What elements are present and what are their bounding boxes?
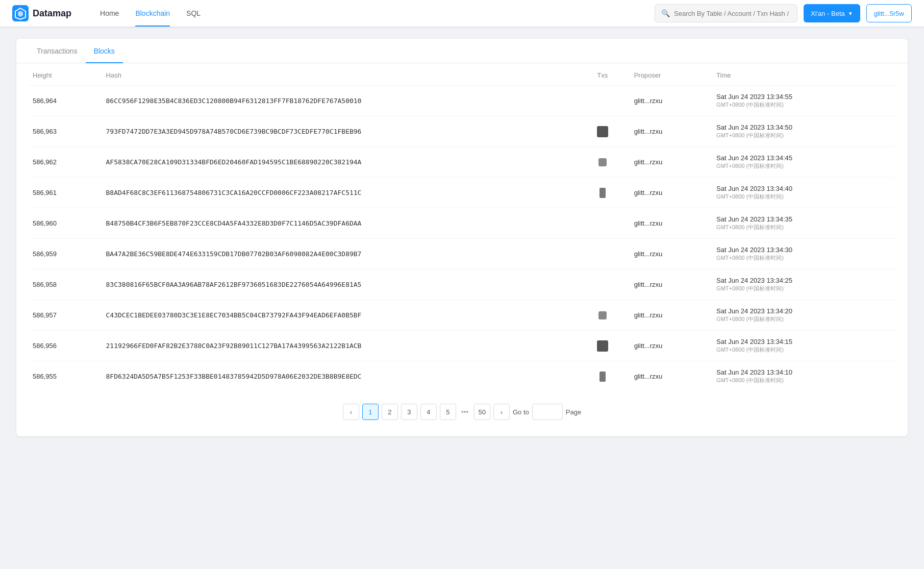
page-4-button[interactable]: 4 bbox=[420, 404, 437, 420]
cell-txs bbox=[575, 116, 630, 147]
col-txs: Txs bbox=[575, 63, 630, 86]
network-label: Xi'an - Beta bbox=[811, 10, 845, 17]
cell-hash[interactable]: B8AD4F68C8C3EF611368754806731C3CA16A20CC… bbox=[102, 178, 575, 208]
cell-hash[interactable]: 21192966FED0FAF82B2E3788C0A23F92B89011C1… bbox=[102, 331, 575, 361]
page-1-button[interactable]: 1 bbox=[362, 404, 379, 420]
main-content: Transactions Blocks Height Hash Txs Prop… bbox=[0, 27, 924, 449]
cell-proposer: glitt...rzxu bbox=[630, 147, 712, 178]
col-proposer: Proposer bbox=[630, 63, 712, 86]
navbar: Datamap Home Blockchain SQL 🔍 Xi'an - Be… bbox=[0, 0, 924, 27]
cell-proposer: glitt...rzxu bbox=[630, 208, 712, 239]
cell-height: 586,957 bbox=[29, 300, 102, 331]
cell-txs bbox=[575, 361, 630, 392]
cell-hash[interactable]: AF5838CA70E28CA109D31334BFD6ED20460FAD19… bbox=[102, 147, 575, 178]
tx-badge-small bbox=[598, 158, 607, 166]
table-row: 586,962 AF5838CA70E28CA109D31334BFD6ED20… bbox=[29, 147, 895, 178]
page-5-button[interactable]: 5 bbox=[440, 404, 456, 420]
cell-hash[interactable]: 83C380816F65BCF0AA3A96AB78AF2612BF973605… bbox=[102, 269, 575, 300]
table-wrap: Height Hash Txs Proposer Time 586,964 86… bbox=[16, 63, 908, 391]
tx-badge-tiny bbox=[600, 372, 606, 382]
cell-txs bbox=[575, 269, 630, 300]
cell-txs bbox=[575, 331, 630, 361]
cell-height: 586,962 bbox=[29, 147, 102, 178]
cell-height: 586,958 bbox=[29, 269, 102, 300]
tx-badge-large bbox=[597, 126, 608, 137]
table-row: 586,955 8FD6324DA5D5A7B5F1253F33BBE01483… bbox=[29, 361, 895, 392]
cell-height: 586,960 bbox=[29, 208, 102, 239]
cell-proposer: glitt...rzxu bbox=[630, 86, 712, 116]
tabs: Transactions Blocks bbox=[16, 39, 908, 63]
blocks-table: Height Hash Txs Proposer Time 586,964 86… bbox=[29, 63, 895, 391]
cell-proposer: glitt...rzxu bbox=[630, 300, 712, 331]
cell-hash[interactable]: 86CC956F1298E35B4C836ED3C120800B94F63128… bbox=[102, 86, 575, 116]
nav-home[interactable]: Home bbox=[92, 0, 127, 27]
col-height: Height bbox=[29, 63, 102, 86]
tab-blocks[interactable]: Blocks bbox=[86, 39, 123, 63]
cell-txs bbox=[575, 147, 630, 178]
pagination: ‹ 1 2 3 4 5 ••• 50 › Go to Page bbox=[16, 391, 908, 424]
cell-height: 586,963 bbox=[29, 116, 102, 147]
cell-height: 586,959 bbox=[29, 239, 102, 269]
table-row: 586,960 B48750B4CF3B6F5EB870F23CCE8CD4A5… bbox=[29, 208, 895, 239]
page-2-button[interactable]: 2 bbox=[382, 404, 398, 420]
cell-txs bbox=[575, 208, 630, 239]
cell-height: 586,961 bbox=[29, 178, 102, 208]
cell-time: Sat Jun 24 2023 13:34:45GMT+0800 (中国标准时间… bbox=[712, 147, 895, 178]
chevron-down-icon: ▼ bbox=[848, 11, 853, 16]
table-row: 586,956 21192966FED0FAF82B2E3788C0A23F92… bbox=[29, 331, 895, 361]
cell-txs bbox=[575, 239, 630, 269]
cell-time: Sat Jun 24 2023 13:34:30GMT+0800 (中国标准时间… bbox=[712, 239, 895, 269]
cell-hash[interactable]: C43DCEC1BEDEE03780D3C3E1E8EC7034BB5C04CB… bbox=[102, 300, 575, 331]
tx-badge-tiny bbox=[600, 188, 606, 198]
cell-hash[interactable]: 8FD6324DA5D5A7B5F1253F33BBE01483785942D5… bbox=[102, 361, 575, 392]
table-row: 586,961 B8AD4F68C8C3EF611368754806731C3C… bbox=[29, 178, 895, 208]
page-dots: ••• bbox=[459, 408, 471, 416]
cell-proposer: glitt...rzxu bbox=[630, 361, 712, 392]
cell-txs bbox=[575, 178, 630, 208]
table-row: 586,959 BA47A2BE36C59BE8DE474E633159CDB1… bbox=[29, 239, 895, 269]
cell-height: 586,964 bbox=[29, 86, 102, 116]
table-row: 586,963 793FD7472DD7E3A3ED945D978A74B570… bbox=[29, 116, 895, 147]
network-selector[interactable]: Xi'an - Beta ▼ bbox=[804, 4, 860, 22]
logo[interactable]: Datamap bbox=[12, 5, 71, 21]
cell-time: Sat Jun 24 2023 13:34:40GMT+0800 (中国标准时间… bbox=[712, 178, 895, 208]
col-time: Time bbox=[712, 63, 895, 86]
cell-height: 586,956 bbox=[29, 331, 102, 361]
search-box[interactable]: 🔍 bbox=[655, 4, 797, 22]
cell-time: Sat Jun 24 2023 13:34:55GMT+0800 (中国标准时间… bbox=[712, 86, 895, 116]
tx-badge-small bbox=[598, 311, 607, 319]
nav-blockchain[interactable]: Blockchain bbox=[127, 0, 178, 27]
cell-height: 586,955 bbox=[29, 361, 102, 392]
cell-time: Sat Jun 24 2023 13:34:25GMT+0800 (中国标准时间… bbox=[712, 269, 895, 300]
prev-page-button[interactable]: ‹ bbox=[343, 404, 359, 420]
table-row: 586,958 83C380816F65BCF0AA3A96AB78AF2612… bbox=[29, 269, 895, 300]
cell-hash[interactable]: B48750B4CF3B6F5EB870F23CCE8CD4A5FA4332E8… bbox=[102, 208, 575, 239]
cell-time: Sat Jun 24 2023 13:34:50GMT+0800 (中国标准时间… bbox=[712, 116, 895, 147]
page-3-button[interactable]: 3 bbox=[401, 404, 417, 420]
tab-transactions[interactable]: Transactions bbox=[29, 39, 86, 63]
cell-txs bbox=[575, 86, 630, 116]
next-page-button[interactable]: › bbox=[493, 404, 510, 420]
page-label: Page bbox=[566, 408, 581, 416]
main-nav: Home Blockchain SQL bbox=[92, 0, 655, 27]
nav-sql[interactable]: SQL bbox=[178, 0, 209, 27]
logo-icon bbox=[12, 5, 29, 21]
goto-label: Go to bbox=[513, 408, 529, 416]
cell-proposer: glitt...rzxu bbox=[630, 178, 712, 208]
logo-text: Datamap bbox=[33, 8, 71, 19]
cell-time: Sat Jun 24 2023 13:34:15GMT+0800 (中国标准时间… bbox=[712, 331, 895, 361]
table-header-row: Height Hash Txs Proposer Time bbox=[29, 63, 895, 86]
page-last-button[interactable]: 50 bbox=[474, 404, 490, 420]
cell-hash[interactable]: 793FD7472DD7E3A3ED945D978A74B570CD6E739B… bbox=[102, 116, 575, 147]
wallet-button[interactable]: glitt...5r5w bbox=[866, 4, 912, 22]
cell-time: Sat Jun 24 2023 13:34:10GMT+0800 (中国标准时间… bbox=[712, 361, 895, 392]
table-row: 586,957 C43DCEC1BEDEE03780D3C3E1E8EC7034… bbox=[29, 300, 895, 331]
search-input[interactable] bbox=[674, 10, 791, 17]
cell-hash[interactable]: BA47A2BE36C59BE8DE474E633159CDB17DB07702… bbox=[102, 239, 575, 269]
col-hash: Hash bbox=[102, 63, 575, 86]
table-row: 586,964 86CC956F1298E35B4C836ED3C120800B… bbox=[29, 86, 895, 116]
tx-badge-large bbox=[597, 340, 608, 352]
goto-input[interactable] bbox=[532, 404, 563, 420]
navbar-right: 🔍 Xi'an - Beta ▼ glitt...5r5w bbox=[655, 4, 912, 22]
cell-proposer: glitt...rzxu bbox=[630, 239, 712, 269]
